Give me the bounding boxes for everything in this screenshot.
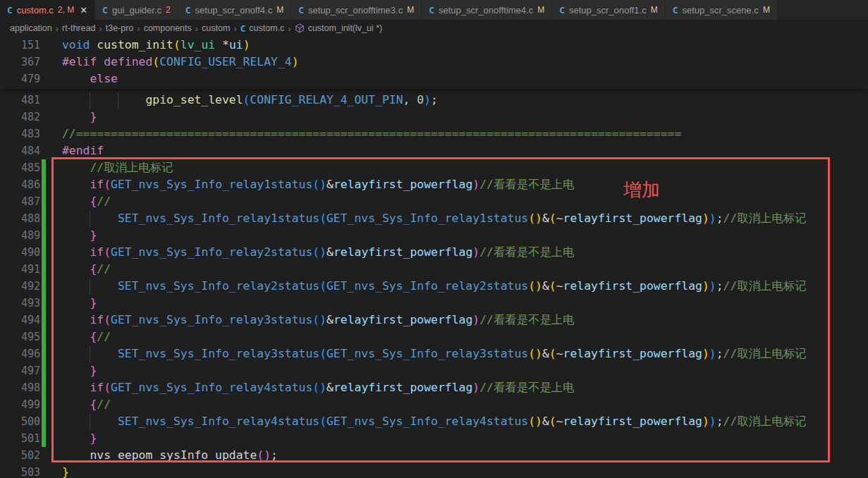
chevron-right-icon: ›: [233, 23, 236, 34]
line-number[interactable]: 492: [0, 278, 40, 295]
line-number[interactable]: 479: [0, 71, 40, 87]
line-number[interactable]: 488: [0, 210, 40, 227]
code-line-503[interactable]: 503}: [0, 464, 868, 478]
line-number[interactable]: 489: [0, 227, 40, 244]
code-line-495[interactable]: 495 {//: [0, 329, 868, 345]
added-change-gutter-bar: [42, 396, 46, 413]
code-line-488[interactable]: 488 SET_nvs_Sys_Info_relay1status(GET_nv…: [0, 210, 868, 227]
code-line-text: gpio_set_level(CONFIG_RELAY_4_OUT_PIN, 0…: [62, 92, 438, 109]
line-number[interactable]: 484: [0, 142, 40, 159]
code-line-497[interactable]: 497 }: [0, 362, 868, 379]
line-number[interactable]: 493: [0, 295, 40, 312]
code-line-text: }: [62, 109, 97, 125]
line-number[interactable]: 483: [0, 125, 40, 142]
line-number[interactable]: 490: [0, 244, 40, 261]
code-line-502[interactable]: 502 nvs_eepom_sysInfo_update();: [0, 447, 868, 464]
sticky-line-367[interactable]: 367#elif defined(CONFIG_USER_RELAY_4): [0, 54, 868, 71]
code-line-490[interactable]: 490 if(GET_nvs_Sys_Info_relay2status()&r…: [0, 244, 868, 261]
breadcrumb-item-application[interactable]: application: [10, 23, 52, 33]
line-number[interactable]: 496: [0, 345, 40, 362]
line-number[interactable]: 502: [0, 447, 40, 464]
close-icon[interactable]: ✕: [80, 5, 87, 16]
breadcrumb-item-components[interactable]: components: [144, 23, 192, 33]
code-line-499[interactable]: 499 {//: [0, 396, 868, 413]
breadcrumb-symbol[interactable]: custom_init(lv_ui *): [308, 23, 383, 33]
code-line-text: }: [62, 227, 97, 244]
tab-setup_scr_onofftime3.c[interactable]: Csetup_scr_onofftime3.cM: [291, 0, 422, 20]
line-number[interactable]: 151: [0, 37, 40, 54]
tab-setup_scr_scene.c[interactable]: Csetup_scr_scene.cM: [666, 0, 778, 20]
code-line-496[interactable]: 496 SET_nvs_Sys_Info_relay3status(GET_nv…: [0, 345, 868, 362]
line-number[interactable]: 494: [0, 312, 40, 329]
tab-label: setup_scr_onofftime3.c: [308, 5, 403, 16]
breadcrumb-item-rt-thread[interactable]: rt-thread: [62, 23, 95, 33]
tab-setup_scr_onoff4.c[interactable]: Csetup_scr_onoff4.cM: [178, 0, 291, 20]
breadcrumb-item-t3e-pro[interactable]: t3e-pro: [106, 23, 134, 33]
code-line-text: void custom_init(lv_ui *ui): [62, 37, 250, 54]
added-change-gutter-bar: [42, 345, 46, 362]
tab-label: setup_scr_scene.c: [682, 5, 758, 16]
sticky-scroll[interactable]: 151void custom_init(lv_ui *ui)367#elif d…: [0, 37, 868, 89]
code-line-text: if(GET_nvs_Sys_Info_relay3status()&relay…: [62, 312, 575, 329]
code-line-text: {//: [62, 261, 111, 278]
code-line-483[interactable]: 483//===================================…: [0, 125, 868, 142]
line-number[interactable]: 499: [0, 396, 40, 413]
tab-decoration: M: [407, 5, 414, 15]
line-number[interactable]: 486: [0, 176, 40, 193]
code-editor[interactable]: 481 gpio_set_level(CONFIG_RELAY_4_OUT_PI…: [0, 37, 868, 478]
line-number[interactable]: 485: [0, 159, 40, 176]
sticky-line-151[interactable]: 151void custom_init(lv_ui *ui): [0, 37, 868, 54]
code-line-492[interactable]: 492 SET_nvs_Sys_Info_relay2status(GET_nv…: [0, 278, 868, 295]
line-number[interactable]: 491: [0, 261, 40, 278]
breadcrumb-file[interactable]: custom.c: [249, 23, 284, 33]
code-line-text: #endif: [62, 142, 104, 159]
tab-label: setup_scr_onofftime4.c: [439, 5, 533, 16]
line-number[interactable]: 498: [0, 379, 40, 396]
tab-decoration: 2, M: [58, 5, 74, 15]
code-line-485[interactable]: 485 //取消上电标记: [0, 159, 868, 176]
line-number[interactable]: 503: [0, 464, 40, 478]
line-number[interactable]: 367: [0, 54, 40, 71]
code-line-491[interactable]: 491 {//: [0, 261, 868, 278]
line-number[interactable]: 481: [0, 92, 40, 109]
annotation-label: 增加: [623, 178, 660, 202]
line-number[interactable]: 501: [0, 430, 40, 447]
c-file-icon: C: [102, 5, 108, 16]
c-file-icon: C: [429, 5, 434, 16]
tab-gui_guider.c[interactable]: Cgui_guider.c2: [95, 0, 178, 20]
code-line-text: {//: [62, 396, 111, 413]
code-line-498[interactable]: 498 if(GET_nvs_Sys_Info_relay4status()&r…: [0, 379, 868, 396]
tab-setup_scr_onoff1.c[interactable]: Csetup_scr_onoff1.cM: [552, 0, 665, 20]
tabbar-empty-space: [778, 0, 868, 20]
code-line-501[interactable]: 501 }: [0, 430, 868, 447]
code-line-text: }: [62, 295, 97, 312]
code-line-text: }: [62, 464, 69, 478]
code-line-481[interactable]: 481 gpio_set_level(CONFIG_RELAY_4_OUT_PI…: [0, 92, 868, 109]
added-change-gutter-bar: [42, 176, 46, 193]
code-line-493[interactable]: 493 }: [0, 295, 868, 312]
code-line-494[interactable]: 494 if(GET_nvs_Sys_Info_relay3status()&r…: [0, 312, 868, 329]
breadcrumb-item-custom[interactable]: custom: [202, 23, 230, 33]
code-line-482[interactable]: 482 }: [0, 109, 868, 125]
sticky-line-479[interactable]: 479 else: [0, 71, 868, 87]
code-line-486[interactable]: 486 if(GET_nvs_Sys_Info_relay1status()&r…: [0, 176, 868, 193]
line-number[interactable]: 495: [0, 329, 40, 345]
line-number[interactable]: 497: [0, 362, 40, 379]
code-line-text: }: [62, 362, 97, 379]
line-number[interactable]: 482: [0, 109, 40, 125]
code-line-500[interactable]: 500 SET_nvs_Sys_Info_relay4status(GET_nv…: [0, 413, 868, 430]
tab-custom.c[interactable]: Ccustom.c2, M✕: [0, 0, 95, 20]
breadcrumb: application›rt-thread›t3e-pro›components…: [0, 20, 868, 37]
added-change-gutter-bar: [42, 413, 46, 430]
tab-setup_scr_onofftime4.c[interactable]: Csetup_scr_onofftime4.cM: [422, 0, 552, 20]
tab-label: gui_guider.c: [112, 5, 161, 16]
added-change-gutter-bar: [42, 261, 46, 278]
code-line-text: if(GET_nvs_Sys_Info_relay2status()&relay…: [62, 244, 575, 261]
code-line-484[interactable]: 484#endif: [0, 142, 868, 159]
code-line-489[interactable]: 489 }: [0, 227, 868, 244]
line-number[interactable]: 500: [0, 413, 40, 430]
code-line-text: SET_nvs_Sys_Info_relay1status(GET_nvs_Sy…: [62, 210, 807, 227]
line-number[interactable]: 487: [0, 193, 40, 210]
code-line-487[interactable]: 487 {//: [0, 193, 868, 210]
tab-label: setup_scr_onoff4.c: [195, 5, 273, 16]
